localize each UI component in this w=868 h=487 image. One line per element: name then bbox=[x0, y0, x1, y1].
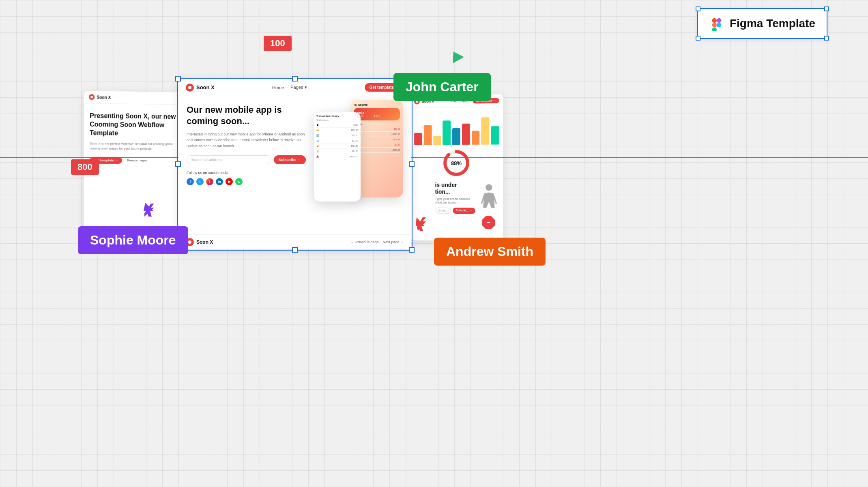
selection-handle-ml[interactable] bbox=[175, 161, 181, 167]
measure-badge-100: 100 bbox=[264, 36, 292, 51]
guideline-horizontal bbox=[0, 157, 868, 158]
andrew-smith-badge: Andrew Smith bbox=[434, 238, 546, 266]
chart-bar-2 bbox=[433, 136, 441, 145]
selection-handle-mr[interactable] bbox=[409, 161, 415, 167]
chart-bar-1 bbox=[424, 125, 432, 145]
chart-bar-4 bbox=[452, 128, 460, 145]
svg-rect-1 bbox=[712, 23, 717, 27]
right-card-chart bbox=[414, 112, 499, 145]
svg-rect-4 bbox=[712, 27, 717, 31]
selection-handle-tm[interactable] bbox=[292, 76, 298, 82]
left-card-headline: Presenting Soon X, our new Cooming Soon … bbox=[90, 112, 183, 138]
svg-rect-0 bbox=[712, 18, 717, 23]
left-card-browse[interactable]: Browse pages bbox=[125, 157, 150, 164]
circle-percentage: 88% bbox=[451, 160, 462, 166]
left-card-body: Presenting Soon X, our new Cooming Soon … bbox=[84, 103, 189, 172]
canvas-selection-box[interactable] bbox=[177, 78, 413, 251]
right-card-body: 88% is undertion... Type your email addr… bbox=[410, 107, 503, 219]
selection-handle-bm[interactable] bbox=[292, 247, 298, 253]
left-card-subtext: Soon X is the perfect Webflow Template f… bbox=[90, 142, 183, 152]
figma-template-label: Figma Template bbox=[730, 17, 815, 30]
selection-handle-br[interactable] bbox=[409, 247, 415, 253]
stop-sign-icon: − bbox=[482, 216, 495, 230]
svg-rect-2 bbox=[717, 18, 721, 23]
right-subscribe-btn[interactable]: Subscri... → bbox=[453, 208, 476, 214]
john-carter-badge: John Carter bbox=[393, 73, 491, 101]
chart-bar-7 bbox=[481, 117, 490, 145]
left-card-logo: Soon X bbox=[89, 94, 111, 100]
cursor-purple bbox=[143, 202, 156, 220]
chart-bar-5 bbox=[462, 123, 470, 145]
chart-bar-6 bbox=[472, 131, 480, 145]
cursor-red bbox=[416, 217, 428, 234]
right-card-text-small: Type your email addressonce we launch. bbox=[435, 197, 476, 205]
figma-template-box[interactable]: Figma Template bbox=[697, 8, 827, 39]
right-card-figure: is undertion... Type your email addresso… bbox=[414, 181, 499, 214]
svg-point-7 bbox=[486, 184, 492, 191]
chart-bar-8 bbox=[491, 126, 499, 145]
left-card-navbar: Soon X bbox=[84, 91, 189, 105]
left-logo-icon bbox=[89, 94, 95, 100]
preview-card-left: Soon X Presenting Soon X, our new Coomin… bbox=[84, 91, 189, 247]
selection-handle-tl[interactable] bbox=[175, 76, 181, 82]
left-card-buttons: Get template → Browse pages bbox=[90, 157, 183, 164]
chart-bar-3 bbox=[443, 120, 451, 145]
figure-silhouette bbox=[481, 183, 497, 214]
right-email-input[interactable]: Email... bbox=[435, 208, 451, 214]
right-card-text-big: is undertion... bbox=[435, 182, 476, 195]
figma-icon bbox=[709, 16, 724, 31]
svg-rect-3 bbox=[717, 23, 721, 27]
measure-badge-800: 800 bbox=[71, 159, 99, 175]
chart-bar-0 bbox=[414, 133, 422, 145]
right-card-circle: 88% bbox=[414, 149, 499, 178]
sophie-moore-badge: Sophie Moore bbox=[78, 226, 188, 254]
